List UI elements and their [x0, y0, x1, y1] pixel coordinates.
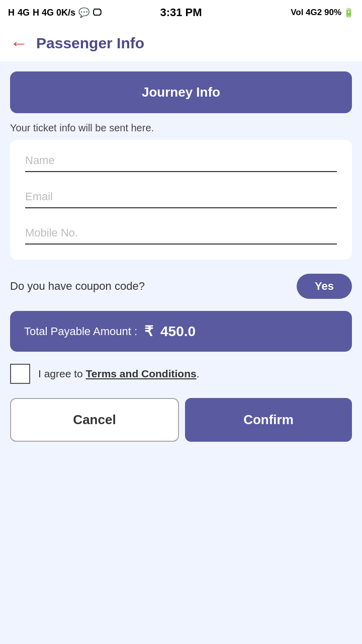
page-title: Passenger Info: [36, 35, 144, 52]
confirm-button[interactable]: Confirm: [185, 398, 352, 442]
network-icon: 4G: [18, 8, 30, 18]
status-left: H 4G H 4G 0K/s 💬 🖵: [8, 7, 102, 18]
speed-text: H 4G 0K/s: [33, 8, 75, 18]
journey-info-button[interactable]: Journey Info: [10, 71, 352, 113]
rupee-icon: ₹: [144, 323, 153, 340]
terms-checkbox[interactable]: [10, 364, 30, 384]
form-card: [10, 140, 352, 260]
cancel-button[interactable]: Cancel: [10, 398, 179, 442]
email-field: [25, 186, 337, 208]
name-field: [25, 150, 337, 172]
back-button[interactable]: ←: [10, 34, 28, 52]
message-icon: 💬: [78, 7, 89, 18]
battery-text: Vol 4G2 90%: [291, 8, 341, 18]
terms-period: .: [197, 368, 200, 379]
coupon-row: Do you have coupon code? Yes: [10, 274, 352, 299]
total-label: Total Payable Amount :: [24, 325, 137, 338]
yes-coupon-button[interactable]: Yes: [297, 274, 352, 299]
status-time: 3:31 PM: [160, 6, 202, 19]
terms-link[interactable]: Terms and Conditions: [86, 368, 197, 379]
terms-text: I agree to Terms and Conditions.: [38, 368, 200, 380]
coupon-text: Do you have coupon code?: [10, 280, 145, 293]
action-row: Cancel Confirm: [10, 398, 352, 442]
total-amount: 450.0: [160, 324, 196, 340]
mobile-input[interactable]: [25, 222, 337, 245]
header: ← Passenger Info: [0, 25, 362, 61]
total-payable-card: Total Payable Amount : ₹ 450.0: [10, 311, 352, 352]
battery-icon: 🔋: [343, 8, 354, 18]
terms-prefix: I agree to: [38, 368, 86, 379]
mobile-field: [25, 222, 337, 245]
terms-row: I agree to Terms and Conditions.: [10, 364, 352, 384]
email-input[interactable]: [25, 186, 337, 208]
name-input[interactable]: [25, 150, 337, 172]
status-bar: H 4G H 4G 0K/s 💬 🖵 3:31 PM Vol 4G2 90% 🔋: [0, 0, 362, 25]
status-right: Vol 4G2 90% 🔋: [291, 8, 354, 18]
form-sub-text: Your ticket info will be sent here.: [10, 122, 352, 134]
screen-icon: 🖵: [93, 8, 102, 18]
signal-icon: H: [8, 8, 15, 18]
content: Journey Info Your ticket info will be se…: [0, 61, 362, 457]
